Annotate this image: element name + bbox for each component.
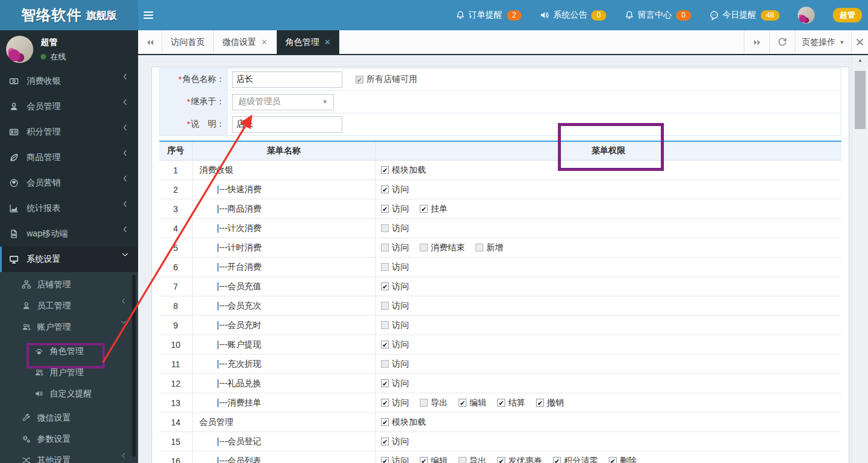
checkbox[interactable]: ✔ bbox=[381, 418, 389, 426]
submenu-item-account-manage[interactable]: 账户管理 bbox=[0, 316, 138, 338]
sidebar-toggle-button[interactable] bbox=[144, 9, 158, 21]
permission-label: 访问 bbox=[392, 262, 409, 273]
checkbox[interactable] bbox=[381, 263, 389, 271]
sidebar-item-consume-cashier[interactable]: 消费收银 bbox=[0, 68, 138, 94]
permission-label: 模块加载 bbox=[392, 417, 426, 428]
checkbox[interactable]: ✔ bbox=[536, 399, 544, 407]
idcard-icon bbox=[9, 127, 21, 137]
checkbox[interactable]: ✔ bbox=[420, 457, 428, 463]
checkbox[interactable]: ✔ bbox=[381, 282, 389, 290]
chevron-left-icon bbox=[120, 452, 127, 459]
checkbox[interactable] bbox=[381, 302, 389, 310]
submenu-item-other-settings[interactable]: 其他设置 bbox=[0, 450, 138, 463]
checkbox[interactable]: ✔ bbox=[609, 457, 617, 463]
inherit-from-select[interactable]: 超级管理员 ▼ bbox=[232, 94, 334, 110]
sidebar-scrollbar[interactable] bbox=[132, 275, 136, 457]
submenu-item-wechat-settings[interactable]: 微信设置 bbox=[0, 407, 138, 428]
notif-message-center[interactable]: 留言中心 0 bbox=[624, 10, 691, 21]
row-number: 12 bbox=[159, 374, 193, 393]
tab-wechat-settings[interactable]: 微信设置 ✕ bbox=[214, 30, 277, 54]
bell-icon bbox=[624, 10, 634, 20]
sidebar-item-points-manage[interactable]: 积分管理 bbox=[0, 119, 138, 145]
topbar: 智络软件 旗舰版 订单提醒 2 系统公告 0 留言中心 0 今日提醒 48 超管 bbox=[0, 0, 868, 30]
scroll-up-arrow-icon[interactable]: ▲ bbox=[852, 55, 868, 65]
close-tab-icon[interactable]: ✕ bbox=[324, 38, 331, 46]
permission-item: 访问 bbox=[381, 242, 409, 253]
tab-operations-dropdown[interactable]: 页签操作 ▼ bbox=[795, 30, 851, 54]
checkbox[interactable]: ✔ bbox=[497, 457, 505, 463]
checkbox[interactable] bbox=[420, 244, 428, 251]
user-avatar[interactable] bbox=[6, 36, 33, 63]
row-number: 16 bbox=[159, 451, 193, 463]
menu-name: 消费收银 bbox=[193, 161, 376, 179]
sidebar-item-stats-report[interactable]: 统计报表 bbox=[0, 196, 138, 221]
checkbox[interactable]: ✔ bbox=[553, 457, 561, 463]
submenu-item-label: 自定义提醒 bbox=[50, 388, 92, 399]
checkbox[interactable]: ✔ bbox=[381, 379, 389, 387]
menu-name: |---商品消费 bbox=[193, 199, 376, 218]
checkbox[interactable]: ✔ bbox=[381, 399, 389, 407]
tab-role-manage[interactable]: 角色管理 ✕ bbox=[277, 30, 340, 54]
permission-item: ✔ 模块加载 bbox=[381, 417, 426, 428]
checkbox[interactable]: ✔ bbox=[459, 399, 466, 407]
notif-order-reminder[interactable]: 订单提醒 2 bbox=[456, 10, 522, 21]
sidebar-item-system-settings[interactable]: 系统设置 bbox=[0, 247, 138, 272]
role-name-scope-checkbox[interactable]: ✔ 所有店铺可用 bbox=[356, 74, 417, 85]
sidebar-item-member-manage[interactable]: 会员管理 bbox=[0, 94, 138, 119]
submenu-item-store-manage[interactable]: 店铺管理 bbox=[0, 274, 138, 295]
sidebar-item-goods-manage[interactable]: 商品管理 bbox=[0, 145, 138, 170]
tabs-scroll-right-button[interactable] bbox=[744, 30, 769, 54]
checkbox[interactable] bbox=[381, 360, 389, 368]
permission-label: 发优惠券 bbox=[508, 456, 542, 463]
refresh-tab-button[interactable] bbox=[769, 30, 795, 54]
tab-operations-label: 页签操作 bbox=[802, 37, 836, 48]
checkbox[interactable]: ✔ bbox=[381, 166, 389, 174]
checkbox[interactable]: ✔ bbox=[381, 205, 389, 213]
close-all-tabs-button[interactable] bbox=[851, 30, 868, 54]
tabs-scroll-left-button[interactable] bbox=[138, 30, 162, 54]
table-row: 15 |---会员登记 ✔ 访问 bbox=[159, 432, 841, 451]
checkbox[interactable]: ✔ bbox=[497, 399, 505, 407]
checkbox[interactable] bbox=[381, 321, 389, 329]
description-input[interactable] bbox=[232, 116, 342, 133]
checkbox[interactable]: ✔ bbox=[381, 438, 389, 445]
sidebar-item-member-marketing[interactable]: 会员营销 bbox=[0, 170, 138, 196]
submenu-item-user-manage[interactable]: 用户管理 bbox=[0, 362, 138, 383]
submenu-item-role-manage[interactable]: 角色管理 bbox=[0, 341, 138, 362]
checkbox[interactable] bbox=[420, 399, 428, 407]
menu-name: |---充次折现 bbox=[193, 355, 376, 373]
table-row: 4 |---计次消费 访问 bbox=[159, 219, 841, 238]
table-row: 8 |---会员充次 访问 bbox=[159, 296, 841, 316]
notif-system-notice[interactable]: 系统公告 0 bbox=[540, 10, 606, 21]
checkbox[interactable]: ✔ bbox=[420, 205, 428, 213]
checkbox[interactable]: ✔ bbox=[381, 341, 389, 348]
close-tab-icon[interactable]: ✕ bbox=[261, 38, 268, 46]
field-label-text: 说 明： bbox=[191, 119, 225, 130]
permission-label: 访问 bbox=[392, 378, 409, 389]
required-mark: * bbox=[187, 97, 190, 107]
bell-icon bbox=[456, 10, 465, 20]
role-badge[interactable]: 超管 bbox=[833, 8, 862, 22]
checkbox[interactable]: ✔ bbox=[381, 457, 389, 463]
role-name-input[interactable] bbox=[232, 72, 342, 88]
checkbox[interactable]: ✔ bbox=[356, 76, 363, 84]
notif-today-reminder[interactable]: 今日提醒 48 bbox=[709, 10, 780, 21]
scrollbar-thumb[interactable] bbox=[855, 71, 866, 129]
checkbox[interactable] bbox=[381, 224, 389, 232]
submenu-item-label: 员工管理 bbox=[37, 301, 71, 311]
chevron-left-icon bbox=[121, 200, 129, 208]
page-scrollbar[interactable]: ▲ bbox=[852, 55, 868, 463]
checkbox[interactable] bbox=[459, 457, 466, 463]
field-label: * 角色名称： bbox=[160, 68, 228, 90]
checkbox[interactable]: ✔ bbox=[381, 185, 389, 193]
tab-label: 角色管理 bbox=[285, 37, 319, 48]
topbar-avatar[interactable] bbox=[798, 7, 815, 24]
submenu-item-param-settings[interactable]: 参数设置 bbox=[0, 428, 138, 450]
tab-home[interactable]: 访问首页 bbox=[162, 30, 214, 54]
sidebar-item-wap-mobile[interactable]: wap移动端 bbox=[0, 221, 138, 247]
checkbox[interactable] bbox=[381, 244, 389, 251]
submenu-item-custom-reminder[interactable]: 自定义提醒 bbox=[0, 383, 138, 404]
checkbox[interactable] bbox=[475, 244, 483, 251]
menu-name: |---计时消费 bbox=[193, 238, 376, 257]
submenu-item-staff-manage[interactable]: 员工管理 bbox=[0, 295, 138, 316]
